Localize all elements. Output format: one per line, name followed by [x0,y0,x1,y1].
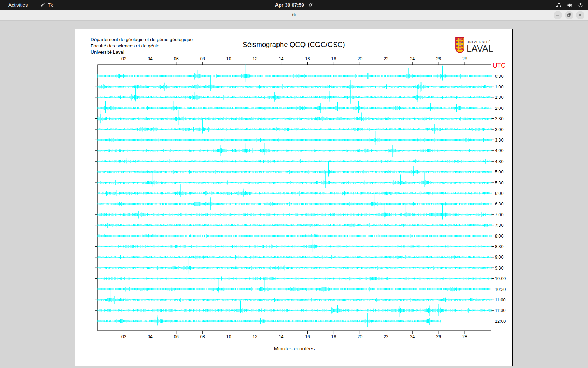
x-tick-label-top: 12 [253,56,258,61]
event-spikes-5:00 [328,161,414,177]
x-tick-label-bottom: 28 [462,334,467,339]
trace-row-3:00 [98,127,492,132]
x-tick-label-top: 08 [200,56,205,61]
utc-axis-label: UTC [493,62,505,69]
window-title: tk [0,10,588,20]
utc-row-label: 2:30 [495,116,503,121]
gnome-top-bar: Activities Tk Apr 30 07:59 [0,0,588,10]
event-spikes-6:30 [120,192,374,210]
tk-app-label: Tk [48,2,53,8]
close-button[interactable] [576,11,584,19]
trace-row-7:30 [98,223,492,228]
utc-row-label: 8:30 [495,244,503,249]
network-wired-icon [556,2,562,8]
x-tick-label-top: 10 [226,56,231,61]
event-spikes-11:30 [240,301,439,317]
trace-row-8:30 [98,244,492,248]
event-spikes-0:30 [120,64,443,82]
utc-row-label: 2:00 [495,106,503,111]
tk-app-icon [40,2,45,7]
utc-row-label: 11:00 [495,298,505,302]
utc-row-label: 7:00 [495,212,503,217]
trace-row-12:00 [98,317,441,325]
event-spikes-12:00 [121,310,428,327]
x-tick-label-bottom: 26 [436,334,441,339]
maximize-button[interactable] [565,11,573,19]
utc-row-label: 9:30 [495,266,503,271]
x-tick-label-top: 18 [331,56,336,61]
utc-row-label: 7:30 [495,223,503,228]
utc-row-label: 1:30 [495,95,503,100]
trace-row-1:00 [98,82,492,91]
x-axis-label: Minutes écoulées [274,346,315,352]
utc-row-label: 0:30 [495,74,503,79]
x-tick-label-top: 06 [174,56,179,61]
volume-icon [567,2,573,8]
trace-row-10:00 [98,276,492,281]
event-spikes-2:30 [100,109,362,125]
x-tick-label-top: 02 [121,56,126,61]
x-tick-label-bottom: 08 [200,334,205,339]
utc-row-label: 5:00 [495,170,503,175]
helicorder-plot: 0202040406060808101012121414161618182020… [75,29,512,366]
close-icon [578,13,582,17]
trace-row-5:00 [98,169,492,175]
clock-label: Apr 30 07:59 [275,2,304,8]
x-tick-label-top: 16 [305,56,310,61]
x-tick-label-top: 28 [462,56,467,61]
utc-row-label: 8:00 [495,234,503,239]
tk-window-body: Département de géologie et de génie géol… [0,21,588,368]
x-tick-label-bottom: 12 [253,334,258,339]
x-tick-label-top: 24 [410,56,415,61]
x-tick-label-bottom: 18 [331,334,336,339]
utc-row-label: 4:00 [495,148,503,153]
utc-row-label: 12:00 [495,319,506,324]
trace-row-4:00 [98,148,492,153]
trace-row-6:30 [98,201,492,207]
event-spikes-1:30 [136,86,418,104]
trace-row-3:30 [98,138,492,142]
trace-row-6:00 [98,190,492,196]
system-status-area[interactable] [556,2,583,8]
utc-row-label: 4:30 [495,159,503,164]
x-tick-label-bottom: 06 [174,334,179,339]
x-tick-label-top: 20 [357,56,362,61]
seismograph-canvas: Département de géologie et de génie géol… [75,29,513,366]
x-tick-label-bottom: 24 [410,334,415,339]
tk-app-menu[interactable]: Tk [40,2,53,8]
trace-row-4:30 [98,158,492,164]
window-title-bar[interactable]: tk [0,10,588,21]
activities-button[interactable]: Activities [6,1,30,8]
trace-row-2:00 [98,104,492,112]
trace-row-7:00 [98,211,492,219]
event-spikes-7:00 [141,204,443,221]
utc-row-label: 5:30 [495,180,503,185]
minimize-icon [556,13,560,17]
event-spikes-1:00 [103,75,420,92]
trace-row-9:30 [98,265,492,270]
power-icon [578,2,583,8]
event-spikes-2:00 [106,96,458,114]
trace-row-2:30 [98,114,492,123]
trace-row-11:00 [98,296,492,304]
trace-row-0:30 [98,73,492,80]
trace-row-8:00 [98,234,492,238]
utc-row-label: 6:30 [495,202,503,206]
x-tick-label-bottom: 02 [121,334,126,339]
x-tick-label-top: 22 [384,56,388,61]
x-tick-label-top: 04 [148,56,153,61]
clock-button[interactable]: Apr 30 07:59 [275,2,313,8]
maximize-icon [567,13,571,17]
x-tick-label-bottom: 04 [148,334,153,339]
trace-row-9:00 [98,255,492,259]
x-tick-label-bottom: 20 [357,334,362,339]
trace-row-5:30 [98,180,492,185]
utc-row-label: 10:30 [495,287,506,292]
utc-row-label: 9:00 [495,255,503,260]
utc-row-label: 10:00 [495,276,506,281]
minimize-button[interactable] [554,11,562,19]
utc-row-label: 3:30 [495,138,503,143]
x-tick-label-bottom: 10 [226,334,231,339]
event-spikes-10:30 [218,278,453,295]
x-tick-label-top: 14 [279,56,284,61]
